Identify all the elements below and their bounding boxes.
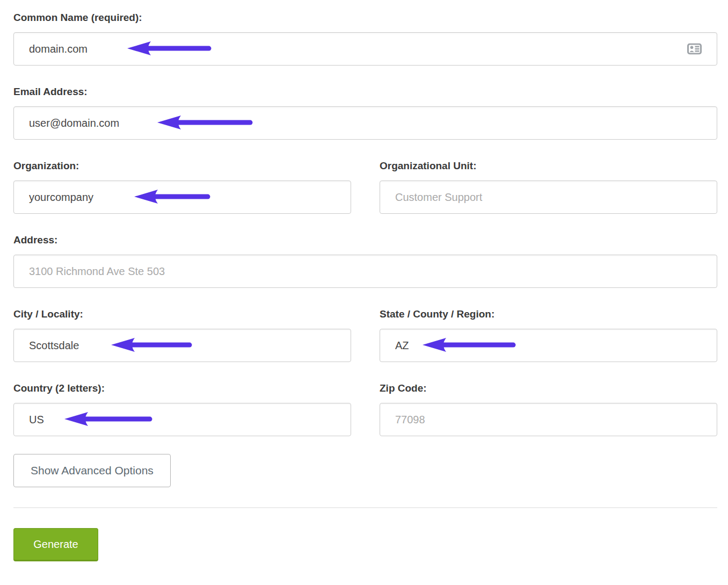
organization-input[interactable] [13,180,351,214]
field-email: Email Address: [13,86,717,140]
field-zip: Zip Code: [380,382,717,436]
csr-generator-form: Common Name (required): Email Address: O… [0,0,728,561]
show-advanced-options-button[interactable]: Show Advanced Options [13,454,171,487]
country-label: Country (2 letters): [13,382,351,394]
common-name-label: Common Name (required): [13,12,717,24]
email-input[interactable] [13,106,717,140]
city-input[interactable] [13,329,351,362]
email-label: Email Address: [13,86,717,98]
contact-card-icon[interactable] [687,44,702,55]
field-address: Address: [13,234,717,288]
field-state: State / County / Region: [380,308,717,362]
field-city: City / Locality: [13,308,351,362]
organization-label: Organization: [13,160,351,172]
address-label: Address: [13,234,717,246]
row-country-zip: Country (2 letters): Zip Code: [13,382,717,436]
organizational-unit-label: Organizational Unit: [380,160,717,172]
state-input[interactable] [380,329,717,362]
zip-label: Zip Code: [380,382,717,394]
field-country: Country (2 letters): [13,382,351,436]
row-city-state: City / Locality: State / County / Region… [13,308,717,362]
field-organization: Organization: [13,160,351,214]
organizational-unit-input[interactable] [380,180,717,214]
common-name-input[interactable] [13,32,717,66]
country-input[interactable] [13,403,351,436]
zip-input[interactable] [380,403,717,436]
city-label: City / Locality: [13,308,351,320]
field-organizational-unit: Organizational Unit: [380,160,717,214]
row-organization: Organization: Organizational Unit: [13,160,717,214]
address-input[interactable] [13,255,717,288]
field-common-name: Common Name (required): [13,12,717,66]
state-label: State / County / Region: [380,308,717,320]
section-divider [13,507,717,508]
common-name-input-wrap [13,32,717,66]
email-input-wrap [13,106,717,140]
generate-button[interactable]: Generate [13,528,98,561]
